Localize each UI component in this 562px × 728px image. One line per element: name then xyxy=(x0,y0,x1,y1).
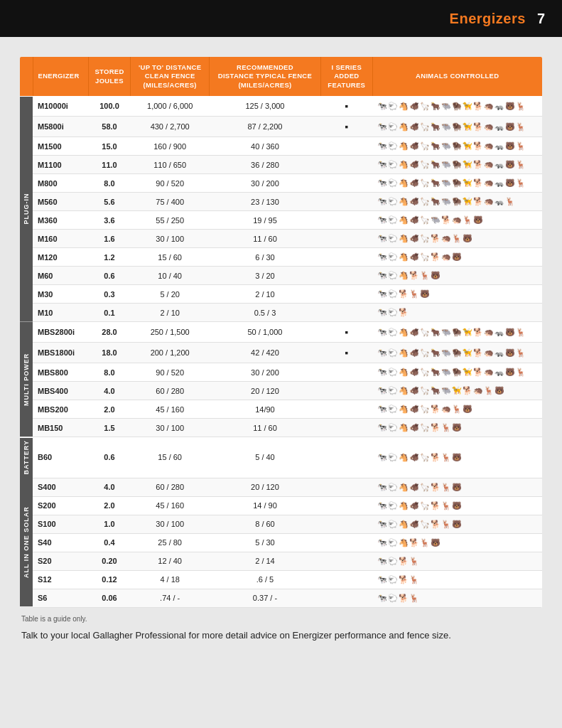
clean-fence-distance: 4 / 18 xyxy=(131,570,209,589)
typical-fence-distance: 30 / 200 xyxy=(209,174,320,193)
col-header-clean: 'UP TO' DISTANCECLEAN FENCE(MILES/ACRES) xyxy=(131,57,209,96)
clean-fence-distance: 5 / 20 xyxy=(131,285,209,304)
animals-controlled: 🐄🐑🐴🐗🦙🐕🦔🦌🐻 xyxy=(372,400,542,419)
iseries-feature xyxy=(321,193,372,211)
iseries-feature xyxy=(321,382,372,400)
typical-fence-distance: 0.37 / - xyxy=(209,589,320,607)
model-name: M5800i xyxy=(33,117,88,137)
joules-value: 3.6 xyxy=(88,211,131,230)
typical-fence-distance: 14/90 xyxy=(209,400,320,419)
iseries-feature xyxy=(321,533,372,552)
animals-controlled: 🐄🐑🐴🐗🦙🐂🐃🦬🦮🐕🦔🦡🐻🦌 xyxy=(372,117,542,137)
table-row: ALL IN ONE SOLARS4004.060 / 28020 / 120🐄… xyxy=(20,478,542,496)
clean-fence-distance: 15 / 60 xyxy=(131,437,209,478)
col-header-energizer: ENERGIZER xyxy=(33,57,88,96)
clean-fence-distance: 25 / 80 xyxy=(131,533,209,552)
table-row: M3603.655 / 25019 / 95🐄🐑🐴🐗🦙🐃🐕🦔🦌🐻 xyxy=(20,211,542,230)
joules-value: 1.5 xyxy=(88,419,131,437)
joules-value: 0.6 xyxy=(88,267,131,285)
iseries-feature xyxy=(321,570,372,589)
table-row: S200.2012 / 402 / 14🐄🐑🐕🦌 xyxy=(20,552,542,570)
typical-fence-distance: 125 / 3,000 xyxy=(209,96,320,117)
footer-note: Table is a guide only. xyxy=(20,615,542,623)
page-content: ENERGIZER STOREDJOULES 'UP TO' DISTANCEC… xyxy=(0,37,562,659)
table-row: MBS8008.090 / 52030 / 200🐄🐑🐴🐗🦙🐂🐃🦬🦮🐕🦔🦡🐻🦌 xyxy=(20,363,542,382)
table-row: S400.425 / 805 / 30🐄🐑🐴🐕🦌🐻 xyxy=(20,533,542,552)
table-row: M8008.090 / 52030 / 200🐄🐑🐴🐗🦙🐂🐃🦬🦮🐕🦔🦡🐻🦌 xyxy=(20,174,542,193)
joules-value: 0.6 xyxy=(88,437,131,478)
table-row: M5800i58.0430 / 2,70087 / 2,200▪🐄🐑🐴🐗🦙🐂🐃🦬… xyxy=(20,117,542,137)
animals-controlled: 🐄🐑🐴🐗🦙🐂🐃🦬🦮🐕🦔🦡🐻🦌 xyxy=(372,137,542,156)
animals-controlled: 🐄🐑🐕🦌 xyxy=(372,552,542,570)
iseries-feature xyxy=(321,437,372,478)
model-name: MBS1800i xyxy=(33,343,88,363)
animals-controlled: 🐄🐑🐴🐗🦙🐕🦔🦌🐻 xyxy=(372,230,542,248)
clean-fence-distance: 250 / 1,500 xyxy=(131,322,209,343)
model-name: M160 xyxy=(33,230,88,248)
iseries-feature xyxy=(321,478,372,496)
typical-fence-distance: 5 / 40 xyxy=(209,437,320,478)
clean-fence-distance: 45 / 160 xyxy=(131,496,209,515)
iseries-feature xyxy=(321,589,372,607)
typical-fence-distance: 5 / 30 xyxy=(209,533,320,552)
typical-fence-distance: 3 / 20 xyxy=(209,267,320,285)
typical-fence-distance: 0.5 / 3 xyxy=(209,304,320,322)
iseries-feature xyxy=(321,230,372,248)
joules-value: 18.0 xyxy=(88,343,131,363)
model-name: S200 xyxy=(33,496,88,515)
iseries-feature xyxy=(321,267,372,285)
table-row: S120.124 / 18.6 / 5🐄🐑🐕🦌 xyxy=(20,570,542,589)
joules-value: 0.20 xyxy=(88,552,131,570)
col-header-animals: ANIMALS CONTROLLED xyxy=(372,57,542,96)
typical-fence-distance: 50 / 1,000 xyxy=(209,322,320,343)
joules-value: 15.0 xyxy=(88,137,131,156)
table-row: M100.12 / 100.5 / 3🐄🐑🐕 xyxy=(20,304,542,322)
typical-fence-distance: 2 / 10 xyxy=(209,285,320,304)
section-label: PLUG-IN xyxy=(20,96,33,322)
iseries-feature xyxy=(321,137,372,156)
model-name: M120 xyxy=(33,248,88,267)
model-name: M560 xyxy=(33,193,88,211)
section-label: MULTI POWER xyxy=(20,322,33,437)
animals-controlled: 🐄🐑🐴🐗🦙🐂🐃🦬🦮🐕🦔🦡🐻🦌 xyxy=(372,322,542,343)
model-name: MBS800 xyxy=(33,363,88,382)
joules-value: 8.0 xyxy=(88,174,131,193)
animals-controlled: 🐄🐑🐴🐗🦙🐂🐃🦬🦮🐕🦔🦡🐻🦌 xyxy=(372,96,542,117)
model-name: MBS400 xyxy=(33,382,88,400)
table-row: M1201.215 / 606 / 30🐄🐑🐴🐗🦙🐕🦔🐻 xyxy=(20,248,542,267)
joules-value: 0.06 xyxy=(88,589,131,607)
clean-fence-distance: 30 / 100 xyxy=(131,419,209,437)
model-name: S12 xyxy=(33,570,88,589)
iseries-feature: ▪ xyxy=(321,117,372,137)
typical-fence-distance: 6 / 30 xyxy=(209,248,320,267)
joules-value: 1.2 xyxy=(88,248,131,267)
clean-fence-distance: 55 / 250 xyxy=(131,211,209,230)
typical-fence-distance: 87 / 2,200 xyxy=(209,117,320,137)
iseries-feature xyxy=(321,285,372,304)
section-label: BATTERY xyxy=(20,437,33,478)
footer-text: Talk to your local Gallagher Professiona… xyxy=(20,628,542,643)
clean-fence-distance: 110 / 650 xyxy=(131,156,209,174)
table-row: MBS1800i18.0200 / 1,20042 / 420▪🐄🐑🐴🐗🦙🐂🐃🦬… xyxy=(20,343,542,363)
joules-value: 0.1 xyxy=(88,304,131,322)
col-header-iseries: I SERIESADDEDFEATURES xyxy=(321,57,372,96)
iseries-feature xyxy=(321,304,372,322)
joules-value: 0.4 xyxy=(88,533,131,552)
energizer-table: ENERGIZER STOREDJOULES 'UP TO' DISTANCEC… xyxy=(20,57,542,608)
table-row: M110011.0110 / 65036 / 280🐄🐑🐴🐗🦙🐂🐃🦬🦮🐕🦔🦡🐻🦌 xyxy=(20,156,542,174)
animals-controlled: 🐄🐑🐕 xyxy=(372,304,542,322)
table-row: M5605.675 / 40023 / 130🐄🐑🐴🐗🦙🐂🐃🦬🦮🐕🦔🦡🦌 xyxy=(20,193,542,211)
table-row: M150015.0160 / 90040 / 360🐄🐑🐴🐗🦙🐂🐃🦬🦮🐕🦔🦡🐻🦌 xyxy=(20,137,542,156)
model-name: MBS2800i xyxy=(33,322,88,343)
clean-fence-distance: 10 / 40 xyxy=(131,267,209,285)
model-name: B60 xyxy=(33,437,88,478)
model-name: M1100 xyxy=(33,156,88,174)
joules-value: 8.0 xyxy=(88,363,131,382)
typical-fence-distance: 30 / 200 xyxy=(209,363,320,382)
typical-fence-distance: 14 / 90 xyxy=(209,496,320,515)
table-row: S1001.030 / 1008 / 60🐄🐑🐴🐗🦙🐕🦌🐻 xyxy=(20,515,542,533)
table-row: S60.06.74 / -0.37 / -🐄🐑🐕🦌 xyxy=(20,589,542,607)
animals-controlled: 🐄🐑🐕🦌🐻 xyxy=(372,285,542,304)
model-name: M10000i xyxy=(33,96,88,117)
table-row: MBS4004.060 / 28020 / 120🐄🐑🐴🐗🦙🐂🐃🦮🐕🦔🦌🐻 xyxy=(20,382,542,400)
